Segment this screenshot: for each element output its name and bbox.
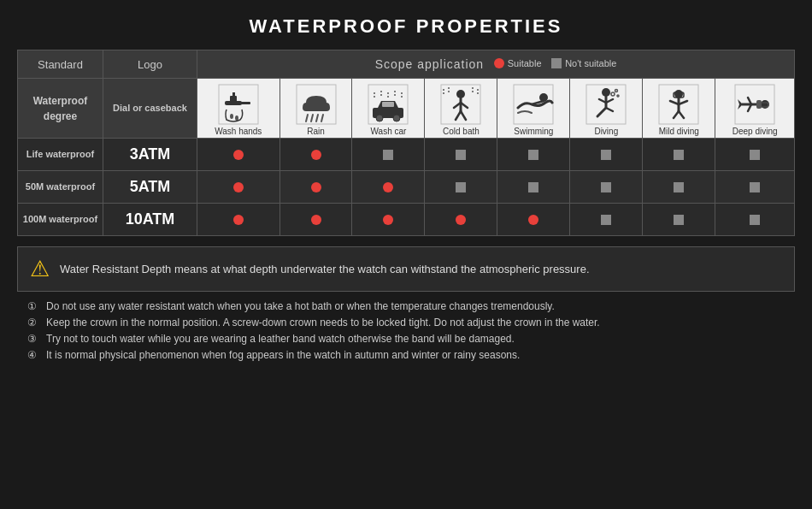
not-suitable-indicator <box>674 182 684 192</box>
svg-point-5 <box>230 114 233 119</box>
not-suitable-indicator <box>750 215 760 225</box>
not-suitable-indicator <box>528 182 538 192</box>
notes-list: ① Do not use any water resistant watch w… <box>17 300 795 361</box>
dial-caseback-label: Dial or caseback <box>103 79 197 139</box>
row-5atm: 50M waterproof 5ATM <box>18 171 795 204</box>
50m-waterproof-label: 50M waterproof <box>18 171 103 204</box>
not-suitable-indicator <box>601 182 611 192</box>
suitable-indicator <box>311 215 321 225</box>
not-suitable-indicator <box>674 215 684 225</box>
row-3atm: Life waterproof 3ATM <box>18 139 795 171</box>
waterproof-degree-label: Waterproofdegree <box>18 79 103 139</box>
note-text-1: Do not use any water resistant watch whe… <box>46 300 555 312</box>
wash-hands-label: Wash hands <box>199 127 278 136</box>
diving-label: Diving <box>572 127 640 136</box>
cell-3atm-2 <box>279 139 352 171</box>
icon-diving: Diving <box>570 79 643 139</box>
life-waterproof-label: Life waterproof <box>18 139 103 171</box>
col-scope: Scope application Suitable No't suitable <box>197 50 795 79</box>
icon-swimming: Swimming <box>497 79 570 139</box>
note-text-3: Try not to touch water while you are wea… <box>46 333 515 345</box>
cell-10atm-7 <box>643 204 715 236</box>
wash-car-label: Wash car <box>354 127 422 136</box>
icon-wash-car: Wash car <box>352 79 425 139</box>
not-suitable-indicator <box>383 150 393 160</box>
icon-rain: Rain <box>279 79 352 139</box>
suitable-indicator <box>233 182 244 192</box>
page-title: WATERPROOF PROPERTIES <box>17 15 795 38</box>
svg-rect-56 <box>756 100 762 109</box>
note-num-3: ③ <box>24 333 39 345</box>
suitable-indicator <box>383 182 393 192</box>
note-4: ④ It is normal physical phenomenon when … <box>24 349 795 361</box>
not-suitable-indicator <box>456 150 466 160</box>
not-suitable-indicator <box>456 182 466 192</box>
cell-10atm-3 <box>352 204 425 236</box>
not-suitable-indicator <box>750 150 760 160</box>
cell-5atm-5 <box>497 171 570 204</box>
row-10atm: 100M waterproof 10ATM <box>18 204 795 236</box>
cell-10atm-6 <box>570 204 643 236</box>
warning-icon: ⚠ <box>30 256 50 282</box>
atm-5: 5ATM <box>103 171 197 204</box>
cell-3atm-3 <box>352 139 425 171</box>
suitable-label: Suitable <box>508 58 542 68</box>
waterproof-table: Standard Logo Scope application Suitable… <box>17 50 795 236</box>
atm-10: 10ATM <box>103 204 197 236</box>
warning-box: ⚠ Water Resistant Depth means at what de… <box>17 246 795 292</box>
cell-5atm-1 <box>197 171 280 204</box>
not-suitable-indicator <box>750 182 760 192</box>
suitable-indicator <box>233 150 244 160</box>
note-num-4: ④ <box>24 349 39 361</box>
cold-bath-label: Cold bath <box>427 127 495 136</box>
cell-5atm-8 <box>715 171 795 204</box>
suitable-dot-icon <box>494 58 504 68</box>
not-suitable-indicator <box>528 150 538 160</box>
cell-10atm-5 <box>497 204 570 236</box>
not-suitable-indicator <box>601 150 611 160</box>
note-num-1: ① <box>24 300 39 312</box>
cell-10atm-1 <box>197 204 280 236</box>
not-suitable-indicator <box>674 150 684 160</box>
deep-diving-label: Deep diving <box>717 127 792 136</box>
cell-5atm-7 <box>643 171 715 204</box>
col-logo: Logo <box>103 50 197 79</box>
cell-10atm-2 <box>279 204 352 236</box>
100m-waterproof-label: 100M waterproof <box>18 204 103 236</box>
rain-label: Rain <box>282 127 350 136</box>
note-3: ③ Try not to touch water while you are w… <box>24 333 795 345</box>
not-suitable-label: No't suitable <box>565 58 616 68</box>
note-num-2: ② <box>24 317 39 328</box>
svg-point-6 <box>235 115 238 121</box>
cell-5atm-2 <box>279 171 352 204</box>
svg-point-16 <box>393 115 400 121</box>
mild-diving-label: Mild diving <box>644 127 713 136</box>
icon-wash-hands: Wash hands <box>197 79 280 139</box>
col-standard: Standard <box>18 50 103 79</box>
cell-10atm-4 <box>425 204 497 236</box>
cell-3atm-4 <box>425 139 497 171</box>
note-1: ① Do not use any water resistant watch w… <box>24 300 795 312</box>
svg-rect-3 <box>232 92 235 97</box>
svg-rect-14 <box>382 102 394 107</box>
icon-deep-diving: Deep diving <box>715 79 795 139</box>
suitable-indicator <box>311 182 321 192</box>
svg-rect-4 <box>240 102 250 104</box>
cell-5atm-6 <box>570 171 643 204</box>
cell-3atm-1 <box>197 139 280 171</box>
cell-3atm-8 <box>715 139 795 171</box>
suitable-indicator <box>311 150 321 160</box>
cell-3atm-7 <box>643 139 715 171</box>
cell-5atm-4 <box>425 171 497 204</box>
suitable-indicator <box>528 215 538 225</box>
not-suitable-indicator <box>601 215 611 225</box>
cell-3atm-5 <box>497 139 570 171</box>
icon-cold-bath: Cold bath <box>425 79 497 139</box>
suitable-indicator <box>383 215 393 225</box>
suitable-legend: Suitable <box>494 58 542 68</box>
note-text-2: Keep the crown in the normal position. A… <box>46 317 600 328</box>
icons-row: Waterproofdegree Dial or caseback <box>18 79 795 139</box>
suitable-indicator <box>233 215 244 225</box>
not-suitable-legend: No't suitable <box>551 58 616 68</box>
svg-rect-2 <box>230 96 237 103</box>
